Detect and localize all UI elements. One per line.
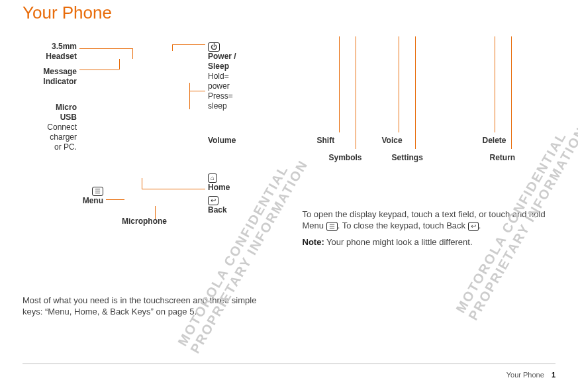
label-symbols: Symbols	[329, 153, 362, 162]
keypad-diagram: Shift Voice Delete Symbols Settings Retu…	[303, 36, 556, 209]
right-note: Note: Your phone might look a little dif…	[303, 236, 556, 248]
right-body-text-1: To open the display keypad, touch a text…	[303, 209, 556, 231]
callout-volume: Volume	[208, 136, 236, 146]
label-voice: Voice	[382, 136, 403, 145]
callout-menu: ☰ Menu	[49, 186, 103, 206]
callout-back: ↩ Back	[208, 195, 227, 215]
label-delete: Delete	[483, 136, 506, 145]
callout-microphone: Microphone	[122, 217, 167, 226]
page-title: Your Phone	[0, 0, 578, 23]
phone-hardware-diagram: 3.5mm Headset Message Indicator Micro US…	[23, 23, 276, 255]
callout-message-indicator: Message Indicator	[23, 67, 77, 87]
left-body-text: Most of what you need is in the touchscr…	[23, 295, 276, 317]
menu-icon: ☰	[92, 187, 103, 196]
back-icon: ↩	[208, 196, 218, 205]
callout-power-sleep: ⏻ Power / Sleep Hold= power Press= sleep	[208, 42, 236, 111]
callout-headset: 3.5mm Headset	[23, 42, 77, 62]
footer-section: Your Phone	[506, 371, 544, 379]
page-footer: Your Phone 1	[506, 371, 555, 379]
power-icon: ⏻	[208, 42, 220, 52]
footer-page-number: 1	[552, 371, 555, 379]
label-shift: Shift	[317, 136, 335, 145]
callout-home: ⌂ Home	[208, 173, 230, 193]
label-return: Return	[490, 153, 516, 162]
footer-rule	[23, 364, 555, 364]
label-settings: Settings	[392, 153, 423, 162]
callout-micro-usb: Micro USB Connect charger or PC.	[23, 103, 77, 152]
menu-icon: ☰	[326, 222, 338, 231]
home-icon: ⌂	[208, 173, 217, 183]
back-icon: ↩	[468, 222, 479, 231]
